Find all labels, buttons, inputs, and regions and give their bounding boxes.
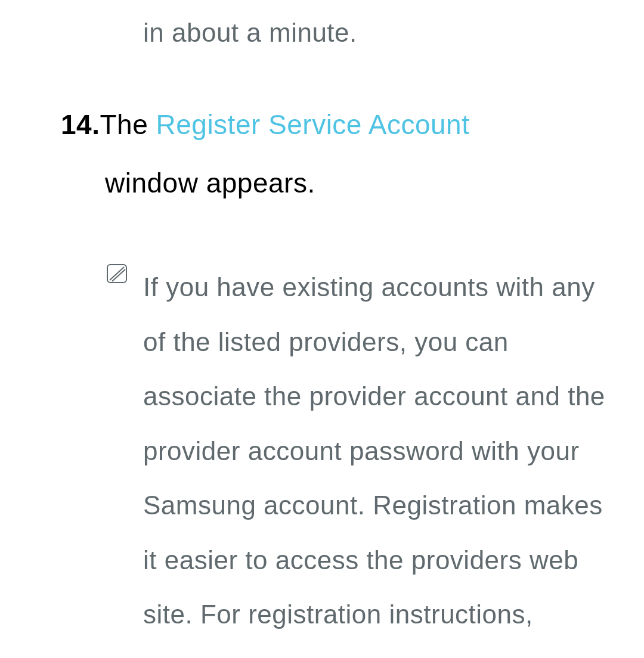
step-14: 14.The Register Service Account window a…: [61, 111, 619, 199]
note-block: If you have existing accounts with any o…: [106, 260, 619, 642]
svg-line-1: [110, 267, 124, 280]
note-text: If you have existing accounts with any o…: [143, 260, 619, 642]
step-text-end: window appears.: [105, 167, 619, 199]
step-line-1: 14.The Register Service Account: [61, 111, 619, 138]
note-icon: [106, 263, 128, 284]
register-service-account-label: Register Service Account: [156, 109, 470, 140]
previous-step-fragment: in about a minute.: [143, 18, 619, 48]
step-number: 14.: [61, 109, 100, 140]
step-text-start: The: [100, 109, 156, 140]
